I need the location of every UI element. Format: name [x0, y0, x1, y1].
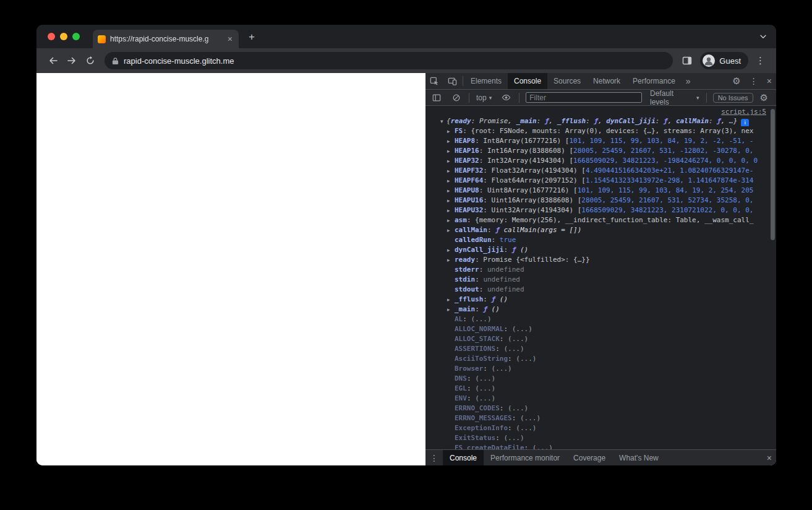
console-row[interactable]: ▸HEAPU8: Uint8Array(16777216) [101, 109,… — [425, 186, 776, 196]
drawer-close-button[interactable]: × — [763, 453, 776, 463]
getter-ellipsis[interactable]: (...) — [471, 315, 492, 323]
url-input[interactable] — [124, 56, 665, 66]
expand-arrow-icon[interactable]: ▸ — [447, 225, 450, 235]
getter-ellipsis[interactable]: (...) — [475, 394, 495, 402]
live-expression-eye-button[interactable] — [497, 90, 515, 105]
console-text: ƒ — [483, 305, 487, 313]
console-sidebar-button[interactable] — [428, 90, 445, 105]
console-row: ERRNO_CODES: (...) — [425, 404, 776, 413]
drawer-tab-performance-monitor[interactable]: Performance monitor — [484, 450, 566, 465]
drawer-menu-button[interactable]: ⋮ — [425, 453, 443, 463]
expand-arrow-icon[interactable]: ▸ — [447, 255, 450, 265]
console-row[interactable]: ▸HEAPU16: Uint16Array(8388608) [28005, 2… — [425, 196, 776, 205]
console-text: : — [586, 117, 594, 125]
console-text: calledRun — [455, 236, 492, 244]
console-row[interactable]: ▸HEAP8: Int8Array(16777216) [101, 109, 1… — [425, 136, 776, 146]
inspect-element-button[interactable] — [425, 73, 443, 89]
new-tab-button[interactable]: + — [245, 30, 259, 43]
console-text: : — [487, 226, 495, 234]
side-panel-button[interactable] — [678, 51, 696, 70]
console-row[interactable]: ▸HEAP16: Int16Array(8388608) [28005, 254… — [425, 146, 776, 156]
drawer-tab-coverage[interactable]: Coverage — [566, 450, 612, 465]
console-row[interactable]: ▸callMain: ƒ callMain(args = []) — [425, 225, 776, 235]
console-row[interactable]: ▾{ready: Promise, _main: ƒ, _fflush: ƒ, … — [425, 116, 776, 126]
expand-arrow-icon[interactable]: ▸ — [447, 205, 450, 215]
drawer-tab-whats-new[interactable]: What's New — [612, 450, 665, 465]
console-text: , …} — [721, 117, 738, 125]
log-levels-select[interactable]: Default levels ▾ — [647, 89, 703, 106]
expand-arrow-icon[interactable]: ▸ — [447, 196, 450, 205]
devtools-close-button[interactable]: × — [763, 76, 776, 86]
expand-arrow-icon[interactable]: ▸ — [447, 305, 450, 314]
console-row[interactable]: ▸asm: {memory: Memory(256), __indirect_f… — [425, 215, 776, 225]
expand-arrow-icon[interactable]: ▸ — [447, 186, 450, 196]
issues-badge[interactable]: No Issues — [713, 93, 753, 103]
context-selector[interactable]: top ▾ — [473, 93, 495, 102]
console-row: ALLOC_STACK: (...) — [425, 334, 776, 344]
device-toolbar-button[interactable] — [443, 73, 461, 89]
getter-ellipsis[interactable]: (...) — [492, 365, 512, 373]
getter-ellipsis[interactable]: (...) — [516, 355, 536, 363]
browser-tab[interactable]: https://rapid-concise-muscle.g × — [93, 30, 239, 48]
console-row: Browser: (...) — [425, 364, 776, 374]
tab-performance[interactable]: Performance — [626, 73, 682, 89]
minimize-window-button[interactable] — [60, 33, 67, 40]
console-row[interactable]: ▸_main: ƒ () — [425, 305, 776, 314]
console-row[interactable]: ▸HEAPU32: Uint32Array(4194304) [16685090… — [425, 205, 776, 215]
expand-arrow-icon[interactable]: ▸ — [447, 295, 450, 305]
getter-ellipsis[interactable]: (...) — [512, 325, 532, 333]
expand-arrow-icon[interactable]: ▸ — [447, 126, 450, 136]
back-button[interactable] — [44, 51, 62, 70]
getter-ellipsis[interactable]: (...) — [503, 345, 524, 353]
expand-arrow-icon[interactable]: ▸ — [447, 215, 450, 225]
getter-ellipsis[interactable]: (...) — [503, 434, 524, 442]
expand-arrow-icon[interactable]: ▸ — [447, 156, 450, 166]
reload-button[interactable] — [81, 51, 100, 70]
tab-close-icon[interactable]: × — [226, 35, 234, 43]
getter-ellipsis[interactable]: (...) — [508, 404, 528, 412]
getter-ellipsis[interactable]: (...) — [475, 374, 495, 382]
expand-arrow-icon[interactable]: ▸ — [447, 146, 450, 156]
profile-chip[interactable]: Guest — [700, 52, 748, 69]
url-bar[interactable] — [105, 52, 673, 69]
console-text: : {root: FSNode, mounts: Array(0), devic… — [463, 127, 753, 135]
console-row[interactable]: ▸_fflush: ƒ () — [425, 295, 776, 305]
tab-elements[interactable]: Elements — [464, 73, 508, 89]
console-text: : — [495, 345, 503, 353]
zoom-window-button[interactable] — [72, 33, 80, 40]
console-row[interactable]: ▸HEAPF64: Float64Array(2097152) [1.15454… — [425, 176, 776, 186]
scrollbar-thumb[interactable] — [771, 109, 775, 240]
getter-ellipsis[interactable]: (...) — [532, 444, 553, 449]
drawer-tab-console[interactable]: Console — [443, 450, 484, 465]
console-text: : — [503, 246, 511, 254]
console-row[interactable]: ▸ready: Promise {<fulfilled>: {…}} — [425, 255, 776, 265]
getter-ellipsis[interactable]: (...) — [520, 414, 541, 422]
tab-console[interactable]: Console — [508, 73, 547, 89]
filter-input[interactable] — [526, 92, 642, 103]
close-window-button[interactable] — [48, 33, 55, 40]
devtools-settings-button[interactable]: ⚙ — [728, 76, 745, 87]
console-row[interactable]: ▸HEAP32: Int32Array(4194304) [1668509029… — [425, 156, 776, 166]
expand-arrow-icon[interactable]: ▸ — [447, 166, 450, 176]
console-row[interactable]: ▸dynCall_jiji: ƒ () — [425, 245, 776, 255]
getter-ellipsis[interactable]: (...) — [516, 424, 536, 432]
tab-search-chevron-icon[interactable] — [759, 32, 767, 41]
more-tabs-button[interactable]: » — [682, 76, 695, 86]
tab-network[interactable]: Network — [587, 73, 626, 89]
scrollbar[interactable] — [770, 106, 776, 449]
browser-menu-button[interactable]: ⋮ — [752, 55, 769, 66]
expand-arrow-icon[interactable]: ▸ — [447, 245, 450, 255]
expand-arrow-icon[interactable]: ▸ — [447, 176, 450, 186]
devtools-menu-button[interactable]: ⋮ — [745, 76, 763, 86]
tab-sources[interactable]: Sources — [547, 73, 587, 89]
source-link[interactable]: script.js:5 — [721, 108, 766, 116]
getter-ellipsis[interactable]: (...) — [475, 384, 495, 392]
console-settings-button[interactable]: ⚙ — [756, 92, 772, 103]
forward-button[interactable] — [62, 51, 81, 70]
expand-arrow-icon[interactable]: ▸ — [447, 136, 450, 146]
clear-console-button[interactable] — [448, 90, 465, 105]
console-row[interactable]: ▸HEAPF32: Float32Array(4194304) [4.49044… — [425, 166, 776, 176]
collapse-arrow-icon[interactable]: ▾ — [440, 116, 443, 126]
getter-ellipsis[interactable]: (...) — [508, 335, 528, 343]
console-row[interactable]: ▸FS: {root: FSNode, mounts: Array(0), de… — [425, 126, 776, 136]
